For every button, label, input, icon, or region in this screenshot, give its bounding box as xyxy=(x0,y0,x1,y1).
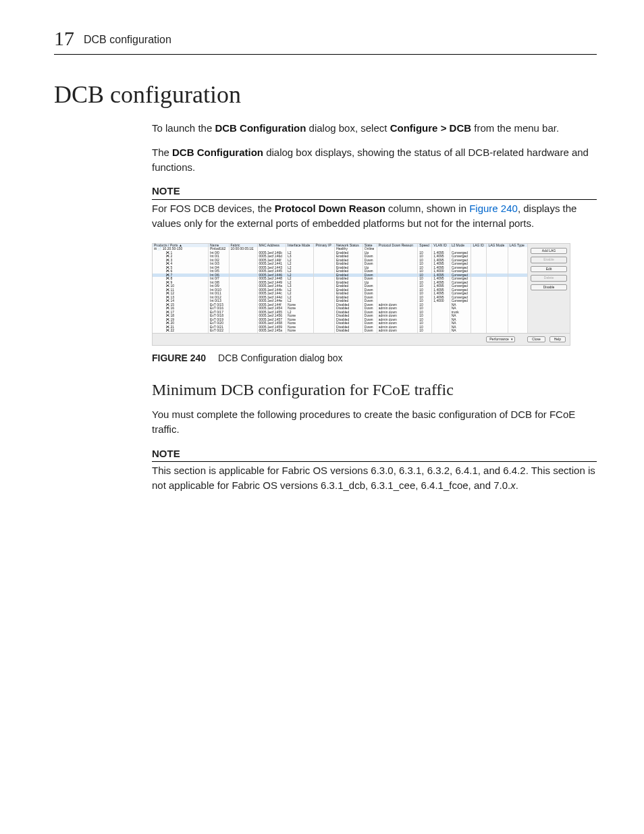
performance-dropdown[interactable]: Performance xyxy=(486,336,515,343)
intro-p1: To launch the DCB Configuration dialog b… xyxy=(152,121,597,136)
note2-body: This section is applicable for Fabric OS… xyxy=(152,463,597,493)
col-header[interactable]: Interface Mode xyxy=(286,244,314,248)
running-header: 17 DCB configuration xyxy=(54,27,597,55)
add-lag-button[interactable]: Add LAG xyxy=(531,248,567,255)
note1-body: For FOS DCB devices, the Protocol Down R… xyxy=(152,201,597,231)
figure-caption-text: DCB Configuration dialog box xyxy=(218,353,342,363)
sub-p1: You must complete the following procedur… xyxy=(152,407,597,437)
figure-caption: FIGURE 240 DCB Configuration dialog box xyxy=(152,353,597,363)
page-title: DCB configuration xyxy=(54,80,597,109)
subsection-body: You must complete the following procedur… xyxy=(152,407,597,493)
dcb-ports-table-wrap: Products / Ports ▲NameFabricMAC AddressI… xyxy=(153,244,528,333)
edit-button[interactable]: Edit xyxy=(531,266,567,273)
dcb-ports-table: Products / Ports ▲NameFabricMAC AddressI… xyxy=(153,244,528,333)
note2-label: NOTE xyxy=(152,446,597,463)
help-button[interactable]: Help xyxy=(549,336,566,343)
disable-button[interactable]: Disable xyxy=(531,284,567,291)
intro-block: To launch the DCB Configuration dialog b… xyxy=(152,121,597,231)
enable-button: Enable xyxy=(531,257,567,263)
intro-p2: The DCB Configuration dialog box display… xyxy=(152,145,597,175)
dcb-config-figure: Products / Ports ▲NameFabricMAC AddressI… xyxy=(152,243,570,346)
col-header[interactable]: Primary IP xyxy=(314,244,335,248)
subsection-heading: Minimum DCB configuration for FCoE traff… xyxy=(152,381,597,399)
dcb-side-buttons: Add LAGEnableEditDeleteDisable xyxy=(528,244,570,333)
chapter-title: DCB configuration xyxy=(84,34,171,46)
col-header[interactable]: Protocol Down Reason xyxy=(377,244,418,248)
dcb-dialog-footer: Performance Close Help xyxy=(153,333,570,346)
table-row[interactable]: 🞫 22ExT 0/220005.1ecf.145aNoneDisabledDo… xyxy=(153,329,528,333)
figure-240-xref[interactable]: Figure 240 xyxy=(469,203,518,214)
delete-button: Delete xyxy=(531,275,567,282)
close-button[interactable]: Close xyxy=(527,336,545,343)
note-label: NOTE xyxy=(152,184,597,200)
figure-caption-lead: FIGURE 240 xyxy=(152,353,206,363)
chapter-number: 17 xyxy=(54,27,74,50)
